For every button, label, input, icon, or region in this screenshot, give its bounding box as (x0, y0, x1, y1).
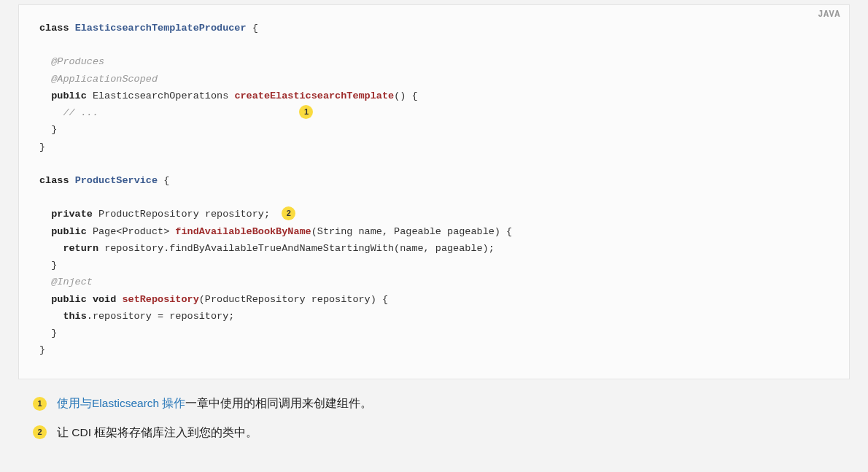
callout-num-2[interactable]: 2 (33, 425, 47, 439)
callout-badge-1[interactable]: 1 (299, 105, 313, 119)
callout-badge-2[interactable]: 2 (282, 206, 295, 220)
callout-list: 1 使用与Elasticsearch 操作一章中使用的相同调用来创建组件。 2 … (33, 395, 850, 440)
callout-link-1[interactable]: 使用与Elasticsearch 操作 (57, 397, 185, 409)
callout-num-1[interactable]: 1 (33, 397, 47, 411)
callout-item-1: 1 使用与Elasticsearch 操作一章中使用的相同调用来创建组件。 (33, 395, 850, 411)
language-badge: JAVA (818, 9, 840, 20)
code-block: JAVA class ElasticsearchTemplateProducer… (18, 4, 850, 379)
callout-item-2: 2 让 CDI 框架将存储库注入到您的类中。 (33, 425, 850, 441)
code-content: class ElasticsearchTemplateProducer { @P… (39, 20, 829, 358)
callout-text-1: 使用与Elasticsearch 操作一章中使用的相同调用来创建组件。 (57, 395, 372, 411)
callout-text-2: 让 CDI 框架将存储库注入到您的类中。 (57, 425, 257, 441)
